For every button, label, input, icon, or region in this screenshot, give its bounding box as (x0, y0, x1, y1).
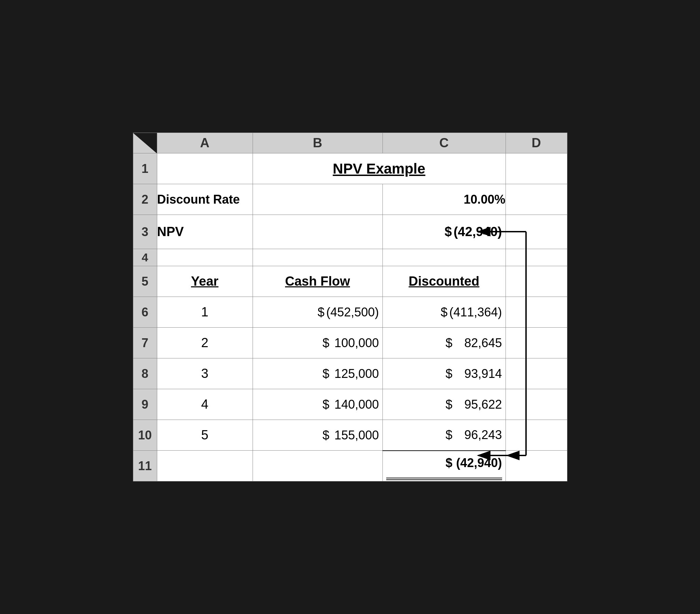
r8-b-val: 125,000 (331, 367, 379, 381)
cell-5c: Discounted (383, 266, 505, 297)
table-row: 8 3 $ 125,000 $ 93,914 (133, 359, 567, 389)
cell-5a: Year (157, 266, 253, 297)
row-header-10: 10 (133, 420, 157, 451)
cell-10a: 5 (157, 420, 253, 451)
cell-11d (505, 451, 567, 481)
cell-1a (157, 153, 253, 184)
col-header-c: C (383, 133, 505, 153)
r10-b-val: 155,000 (331, 428, 379, 442)
cell-6d (505, 297, 567, 328)
cell-11c: $ (42,940) (383, 451, 505, 481)
cell-8a: 3 (157, 359, 253, 389)
cell-10c: $ 96,243 (383, 420, 505, 451)
table-row: 4 (133, 249, 567, 266)
cell-4b (253, 249, 383, 266)
r7-b-sign: $ (322, 336, 329, 350)
row-header-9: 9 (133, 389, 157, 420)
table-row: 9 4 $ 140,000 $ 95,622 (133, 389, 567, 420)
row-header-5: 5 (133, 266, 157, 297)
table-row: 2 Discount Rate 10.00% (133, 184, 567, 215)
row-header-2: 2 (133, 184, 157, 215)
cell-8c: $ 93,914 (383, 359, 505, 389)
cell-4c (383, 249, 505, 266)
cell-1b: NPV Example (253, 153, 505, 184)
cell-6a: 1 (157, 297, 253, 328)
cell-1d (505, 153, 567, 184)
row-header-3: 3 (133, 215, 157, 249)
table-row: 5 Year Cash Flow Discounted (133, 266, 567, 297)
cell-10b: $ 155,000 (253, 420, 383, 451)
r8-b-sign: $ (322, 367, 329, 381)
r10-b-sign: $ (322, 428, 329, 442)
col-header-a: A (157, 133, 253, 153)
cell-9d (505, 389, 567, 420)
cell-8d (505, 359, 567, 389)
r8-c-val: 93,914 (454, 367, 502, 381)
r7-c-sign: $ (445, 336, 452, 350)
corner-cell (133, 133, 157, 153)
npv-value: (42,940) (453, 225, 502, 239)
row-header-1: 1 (133, 153, 157, 184)
cell-7c: $ 82,645 (383, 328, 505, 359)
cell-3a: NPV (157, 215, 253, 249)
cell-7a: 2 (157, 328, 253, 359)
cell-2a: Discount Rate (157, 184, 253, 215)
cell-5d (505, 266, 567, 297)
r9-c-val: 95,622 (454, 397, 502, 412)
cell-7b: $ 100,000 (253, 328, 383, 359)
r10-c-val: 96,243 (454, 428, 502, 442)
cell-3d (505, 215, 567, 249)
r9-c-sign: $ (445, 397, 452, 412)
cell-2d (505, 184, 567, 215)
r9-b-val: 140,000 (331, 397, 379, 412)
col-header-b: B (253, 133, 383, 153)
cell-7d (505, 328, 567, 359)
cell-6b: $ (452,500) (253, 297, 383, 328)
npv-dollar-sign: $ (445, 225, 452, 239)
cell-5b: Cash Flow (253, 266, 383, 297)
r11-c-val: (42,940) (454, 456, 502, 470)
row-header-11: 11 (133, 451, 157, 481)
r7-c-val: 82,645 (454, 336, 502, 350)
cell-11b (253, 451, 383, 481)
r6-b-sign: $ (317, 305, 324, 319)
table-row: 1 NPV Example (133, 153, 567, 184)
cell-3b (253, 215, 383, 249)
cell-6c: $ (411,364) (383, 297, 505, 328)
cell-3c: $ (42,940) (383, 215, 505, 249)
row-header-6: 6 (133, 297, 157, 328)
cell-2c: 10.00% (383, 184, 505, 215)
row-header-8: 8 (133, 359, 157, 389)
r11-c-sign: $ (445, 456, 452, 470)
r6-c-sign: $ (440, 305, 447, 319)
spreadsheet-table: A B C D 1 NPV Example 2 Discount Rate 10… (133, 133, 567, 481)
r7-b-val: 100,000 (331, 336, 379, 350)
cell-4a (157, 249, 253, 266)
cell-2b (253, 184, 383, 215)
cell-9a: 4 (157, 389, 253, 420)
row-header-4: 4 (133, 249, 157, 266)
col-header-d: D (505, 133, 567, 153)
table-row: 6 1 $ (452,500) $ (411,364) (133, 297, 567, 328)
table-row: 7 2 $ 100,000 $ 82,645 (133, 328, 567, 359)
cell-9b: $ 140,000 (253, 389, 383, 420)
table-row: 3 NPV $ (42,940) (133, 215, 567, 249)
row-header-7: 7 (133, 328, 157, 359)
spreadsheet-wrapper: A B C D 1 NPV Example 2 Discount Rate 10… (133, 133, 567, 481)
r10-c-sign: $ (445, 428, 452, 442)
cell-11a (157, 451, 253, 481)
r8-c-sign: $ (445, 367, 452, 381)
table-row: 10 5 $ 155,000 $ 96,243 (133, 420, 567, 451)
cell-8b: $ 125,000 (253, 359, 383, 389)
r6-b-val: (452,500) (326, 305, 379, 319)
table-row: 11 $ (42,940) (133, 451, 567, 481)
r9-b-sign: $ (322, 397, 329, 412)
cell-4d (505, 249, 567, 266)
cell-9c: $ 95,622 (383, 389, 505, 420)
r6-c-val: (411,364) (449, 305, 502, 319)
cell-10d (505, 420, 567, 451)
